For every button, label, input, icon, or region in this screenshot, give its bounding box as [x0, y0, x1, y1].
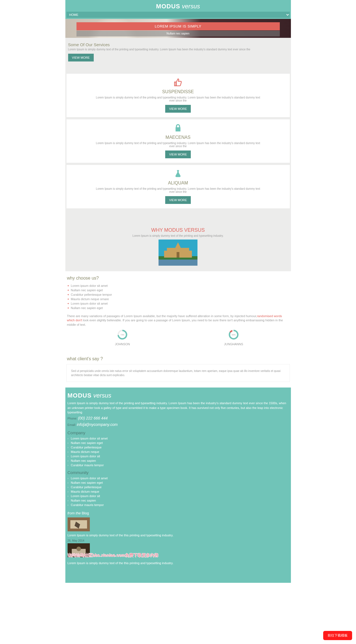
community-heading: Community: [68, 470, 289, 475]
hero-title: LOREM IPSUM IS SIMPLY: [76, 22, 280, 30]
flask-icon: [174, 169, 182, 178]
list-item[interactable]: Nullam nec sapien eget: [68, 480, 289, 485]
list-item[interactable]: Curabitur mauris tempor: [68, 503, 289, 507]
card-title: ALIQUAM: [94, 181, 262, 186]
list-item[interactable]: Lorem ipsum dolor sit: [68, 454, 289, 458]
svg-text:73%: 73%: [120, 334, 124, 336]
footer-logo: MODUS versus: [68, 392, 289, 399]
card-desc: Lorem Ipsum is simply dummy text of the …: [94, 142, 262, 148]
list-item[interactable]: Mauris dictum neque: [68, 450, 289, 454]
chart-label: JOHNSON: [67, 342, 178, 346]
variations-text: There are many variations of passages of…: [67, 314, 289, 327]
svg-point-19: [76, 547, 81, 551]
list-item[interactable]: Nullam nec sapien: [68, 498, 289, 503]
footer-phone: Phone: (00) 222 666 444: [68, 415, 289, 421]
blog-text: Lorem Ipsum is simply dummy text of the …: [68, 561, 289, 566]
service-card: ALIQUAM Lorem Ipsum is simply dummy text…: [66, 165, 290, 208]
service-card: MAECENAS Lorem Ipsum is simply dummy tex…: [66, 119, 290, 163]
hero-banner: LOREM IPSUM IS SIMPLY Nullam nec sapien: [65, 19, 291, 38]
service-card: SUSPENDISSE Lorem Ipsum is simply dummy …: [66, 74, 290, 117]
why-heading: WHY MODUS VERSUS: [65, 227, 291, 233]
view-more-button[interactable]: VIEW MORE: [165, 150, 191, 158]
card-title: MAECENAS: [94, 135, 262, 140]
list-item[interactable]: Nullam nec sapien: [68, 458, 289, 463]
donut-charts: 73% JOHNSON 90% JUNGHANNS: [67, 329, 289, 346]
why-choose-us: why choose us? Lorem ipsum dolor sit ame…: [65, 271, 291, 355]
header: MODUS versus HOME: [65, 0, 291, 19]
donut-chart: 73% JOHNSON: [67, 329, 178, 346]
list-item: Lorem ipsum dolor sit amet: [67, 301, 289, 306]
thumbs-up-icon: [174, 78, 182, 87]
site-logo: MODUS versus: [65, 3, 291, 10]
footer-email: Email: info[at]mycompany.com: [68, 422, 289, 428]
svg-rect-5: [189, 251, 192, 258]
company-heading: Company: [68, 430, 289, 435]
list-item[interactable]: Curabitur mauris tempor: [68, 463, 289, 467]
blog-date: 26, May 2014: [68, 539, 289, 543]
list-item[interactable]: Curabitur pellentesque: [68, 445, 289, 450]
svg-text:90%: 90%: [232, 334, 236, 336]
services-heading: Some Of Our Services: [68, 42, 288, 47]
service-cards: SUSPENDISSE Lorem Ipsum is simply dummy …: [65, 65, 291, 222]
card-title: SUSPENDISSE: [94, 89, 262, 94]
lock-icon: [174, 124, 182, 132]
company-list: Lorem ipsum dolor sit amet Nullam nec sa…: [68, 436, 289, 467]
list-item[interactable]: Nullam nec sapien eget: [68, 441, 289, 445]
services-intro: Some Of Our Services Lorem Ipsum is simp…: [65, 38, 291, 65]
testimonials: what client's say ? Sed ut perspiciatis …: [65, 356, 291, 382]
why-section: WHY MODUS VERSUS Lorem Ipsum is simply d…: [65, 222, 291, 271]
list-item[interactable]: Mauris dictum neque: [68, 489, 289, 494]
blog-heading: from the Blog: [68, 511, 289, 515]
list-item[interactable]: Curabitur pellentesque: [68, 485, 289, 489]
blog-text: Lorem Ipsum is simply dummy text of the …: [68, 533, 289, 538]
overlay-text: 访问仙鸟社区bbs.xieniao.com免费下载更多内容: [68, 553, 289, 558]
list-item: Nullam nec sapien eget: [67, 288, 289, 292]
community-list: Lorem ipsum dolor sit amet Nullam nec sa…: [68, 476, 289, 507]
choose-heading: why choose us?: [67, 276, 289, 281]
footer: MODUS versus Lorem Ipsum is simply dummy…: [65, 388, 291, 583]
list-item: Nullam nec sapien eget: [67, 306, 289, 310]
view-more-button[interactable]: VIEW MORE: [165, 196, 191, 204]
hero-subtitle: Nullam nec sapien: [76, 31, 280, 36]
blog-image: [68, 517, 90, 531]
list-item[interactable]: Lorem ipsum dolor sit amet: [68, 476, 289, 480]
testimonials-heading: what client's say ?: [67, 356, 289, 361]
card-desc: Lorem Ipsum is simply dummy text of the …: [94, 96, 262, 102]
list-item: Mauris dictum neque ornare: [67, 297, 289, 301]
card-desc: Lorem Ipsum is simply dummy text of the …: [94, 187, 262, 193]
donut-chart: 90% JUNGHANNS: [178, 329, 289, 346]
chart-label: JUNGHANNS: [178, 342, 289, 346]
list-item: Lorem ipsum dolor sit amet: [67, 283, 289, 288]
footer-desc: Lorem Ipsum is simply dummy text of the …: [68, 401, 289, 415]
why-subtitle: Lorem Ipsum is simply dummy text of the …: [65, 234, 291, 237]
svg-rect-2: [159, 260, 197, 266]
nav-select[interactable]: HOME: [66, 12, 290, 18]
choose-list: Lorem ipsum dolor sit amet Nullam nec sa…: [67, 283, 289, 310]
services-desc: Lorem Ipsum is simply dummy text of the …: [68, 48, 288, 51]
svg-rect-4: [164, 251, 167, 258]
list-item: Curabitur pellentesque tempor: [67, 292, 289, 297]
view-more-button[interactable]: VIEW MORE: [165, 105, 191, 113]
view-more-button[interactable]: VIEW MORE: [68, 54, 94, 61]
castle-image: [159, 240, 197, 266]
list-item[interactable]: Lorem ipsum dolor sit amet: [68, 436, 289, 441]
list-item[interactable]: Lorem ipsum dolor sit: [68, 494, 289, 498]
svg-rect-7: [177, 252, 179, 258]
testimonial-quote: Sed ut perspiciatis unde omnis iste natu…: [66, 364, 290, 382]
